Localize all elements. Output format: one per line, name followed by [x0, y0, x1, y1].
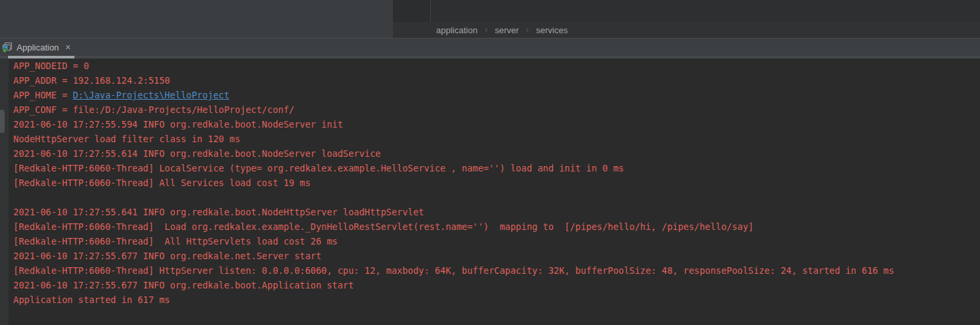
breadcrumb-item-services[interactable]: services [536, 25, 568, 35]
breadcrumb-item-application[interactable]: application [436, 25, 477, 35]
console-line: 2021-06-10 17:27:55.594 INFO org.redkale… [13, 117, 980, 132]
chevron-right-icon: › [485, 25, 487, 35]
console-line: 2021-06-10 17:27:55.677 INFO org.redkale… [13, 249, 980, 263]
chevron-right-icon: › [526, 25, 529, 35]
console-line: NodeHttpServer load filter class in 120 … [13, 132, 980, 146]
console-gutter [0, 58, 9, 325]
console-log: APP_NODEID = 0APP_ADDR = 192.168.124.2:5… [13, 58, 980, 307]
console-line: APP_ADDR = 192.168.124.2:5150 [13, 73, 980, 88]
console-line [13, 190, 980, 205]
console-line: [Redkale-HTTP:6060-Thread] Load org.redk… [13, 219, 980, 234]
console-output[interactable]: APP_NODEID = 0APP_ADDR = 192.168.124.2:5… [0, 58, 980, 325]
tab-application[interactable]: Application ✕ [0, 39, 75, 56]
editor-panel-left [0, 0, 393, 38]
run-tool-window-tab-bar: Application ✕ [0, 38, 980, 56]
breadcrumb-item-server[interactable]: server [495, 25, 519, 35]
console-running-icon [2, 42, 13, 53]
console-text: APP_HOME = [13, 90, 72, 100]
console-line: Application started in 617 ms [13, 292, 980, 307]
console-line: 2021-06-10 17:27:55.677 INFO org.redkale… [13, 278, 980, 292]
close-icon[interactable]: ✕ [65, 43, 71, 52]
console-line: APP_NODEID = 0 [13, 58, 980, 73]
console-line: [Redkale-HTTP:6060-Thread] All HttpServl… [13, 234, 980, 249]
splitter-handle[interactable] [0, 110, 5, 133]
console-line: APP_CONF = file:/D:/Java-Projects/HelloP… [13, 102, 980, 117]
console-line: [Redkale-HTTP:6060-Thread] LocalService … [13, 161, 980, 175]
console-line: 2021-06-10 17:27:55.641 INFO org.redkale… [13, 205, 980, 219]
console-line: 2021-06-10 17:27:55.614 INFO org.redkale… [13, 146, 980, 161]
console-line: [Redkale-HTTP:6060-Thread] HttpServer li… [13, 263, 980, 278]
editor-gutter-block [393, 0, 431, 22]
file-path-link[interactable]: D:\Java-Projects\HelloProject [72, 90, 229, 100]
editor-panel-right [393, 0, 980, 22]
console-line: [Redkale-HTTP:6060-Thread] All Services … [13, 175, 980, 190]
console-line: APP_HOME = D:\Java-Projects\HelloProject [13, 88, 980, 102]
tab-label: Application [17, 43, 59, 53]
breadcrumb: application›server›services [393, 22, 980, 38]
